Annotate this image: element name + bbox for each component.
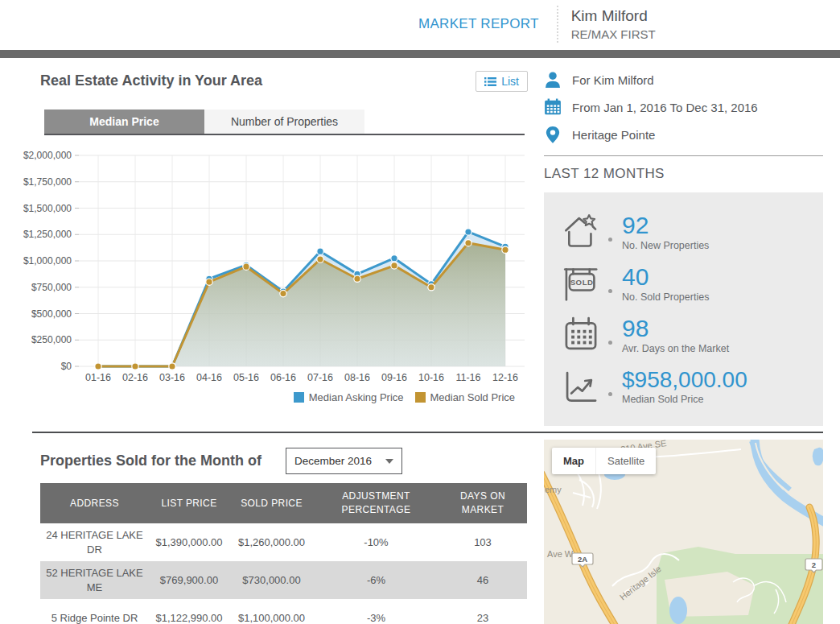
days-calendar-icon <box>560 314 602 356</box>
list-view-button[interactable]: List <box>476 71 528 92</box>
person-icon <box>544 71 562 89</box>
table-row: 5 Ridge Pointe DR $1,122,990.00 $1,100,0… <box>40 599 527 624</box>
agent-name: Kim Milford <box>571 6 656 27</box>
svg-text:$1,250,000: $1,250,000 <box>23 229 72 240</box>
info-agent-text: For Kim Milford <box>572 73 654 87</box>
cell-days: 46 <box>439 561 527 599</box>
activity-title: Real Estate Activity in Your Area <box>40 72 262 89</box>
sold-properties-table: ADDRESS LIST PRICE SOLD PRICE ADJUSTMENT… <box>40 483 527 624</box>
cell-adjustment: -6% <box>314 561 439 599</box>
info-location: Heritage Pointe <box>544 121 823 148</box>
info-agent: For Kim Milford <box>544 66 823 93</box>
stat-days-on-market: 98 Avr. Days on the Market <box>560 309 807 361</box>
chart-legend: Median Asking Price Median Sold Price <box>294 391 515 403</box>
map-canvas[interactable]: 210 Ave SE emy Ave W Heritage Isle 2A 2 … <box>544 440 823 624</box>
cell-sold-price: $1,100,000.00 <box>229 599 314 624</box>
asking-swatch <box>294 392 304 403</box>
section-divider <box>32 432 823 433</box>
month-dropdown[interactable]: December 2016 <box>286 448 402 474</box>
stat-new-properties-value: 92 <box>622 213 709 238</box>
cell-adjustment: -3% <box>314 599 439 624</box>
map-pin-icon <box>544 126 562 143</box>
map-type-map-button[interactable]: Map <box>552 448 595 474</box>
market-report-page: MARKET REPORT Kim Milford RE/MAX FIRST R… <box>0 0 840 624</box>
cell-list-price: $769,900.00 <box>149 561 229 599</box>
summary-heading: LAST 12 MONTHS <box>544 166 823 182</box>
new-property-icon <box>560 211 602 253</box>
info-date-range: From Jan 1, 2016 To Dec 31, 2016 <box>544 93 823 121</box>
cell-address: 5 Ridge Pointe DR <box>40 599 149 624</box>
svg-text:$0: $0 <box>61 361 72 372</box>
stat-body: 98 Avr. Days on the Market <box>622 316 729 354</box>
stat-body: 40 No. Sold Properties <box>622 264 709 303</box>
road-shield-2a-label: 2A <box>578 555 587 564</box>
svg-text:$1,500,000: $1,500,000 <box>23 203 72 214</box>
svg-text:11-16: 11-16 <box>455 372 480 383</box>
col-header-adjustment: ADJUSTMENT PERCENTAGE <box>314 483 439 523</box>
stat-sold-properties: SOLD 40 No. Sold Properties <box>560 258 807 309</box>
col-header-days: DAYS ON MARKET <box>439 483 527 523</box>
stat-days-on-market-label: Avr. Days on the Market <box>622 343 729 354</box>
info-location-text: Heritage Pointe <box>572 128 655 142</box>
svg-text:12-16: 12-16 <box>492 372 518 383</box>
median-price-chart: $0$250,000$500,000$750,000$1,000,000$1,2… <box>32 147 529 413</box>
svg-text:$1,000,000: $1,000,000 <box>23 255 72 267</box>
stat-bullet <box>608 238 612 242</box>
legend-asking: Median Asking Price <box>294 391 404 403</box>
svg-text:02-16: 02-16 <box>122 372 148 383</box>
legend-sold: Median Sold Price <box>415 391 516 403</box>
svg-text:03-16: 03-16 <box>159 372 185 383</box>
stat-sold-properties-label: No. Sold Properties <box>622 291 709 303</box>
col-header-address: ADDRESS <box>40 483 149 523</box>
col-header-list-price: LIST PRICE <box>149 483 229 523</box>
report-sidebar: For Kim Milford From Jan 1, 2016 To Dec … <box>544 66 823 426</box>
activity-section: Real Estate Activity in Your Area List M… <box>32 66 529 432</box>
svg-text:$750,000: $750,000 <box>31 282 72 293</box>
svg-text:07-16: 07-16 <box>307 372 333 383</box>
header-accent-bar <box>0 50 840 58</box>
chevron-down-icon <box>385 459 393 464</box>
cell-days: 23 <box>439 599 527 624</box>
svg-text:$250,000: $250,000 <box>31 334 72 345</box>
stat-bullet <box>608 341 612 345</box>
sold-swatch <box>415 392 426 403</box>
road-shield-2a: 2A <box>572 553 593 567</box>
cell-address: 24 HERITAGE LAKE DR <box>40 523 149 561</box>
summary-stats-panel: 92 No. New Properties SOLD 40 <box>544 192 823 426</box>
map-type-satellite-button[interactable]: Satellite <box>595 448 656 474</box>
stat-median-sold-price-label: Median Sold Price <box>622 394 747 405</box>
stat-body: 92 No. New Properties <box>622 213 709 251</box>
legend-asking-label: Median Asking Price <box>309 391 404 403</box>
stat-median-sold-price: $958,000.00 Median Sold Price <box>560 361 807 412</box>
market-report-link[interactable]: MARKET REPORT <box>418 16 539 32</box>
svg-text:01-16: 01-16 <box>85 372 111 383</box>
cell-list-price: $1,122,990.00 <box>149 599 229 624</box>
cell-days: 103 <box>439 523 527 561</box>
stat-sold-properties-value: 40 <box>622 264 709 290</box>
table-header-row: ADDRESS LIST PRICE SOLD PRICE ADJUSTMENT… <box>40 483 527 523</box>
cell-sold-price: $1,260,000.00 <box>229 523 314 561</box>
trend-chart-icon <box>560 366 602 407</box>
line-chart-canvas: $0$250,000$500,000$750,000$1,000,000$1,2… <box>32 147 529 389</box>
header: MARKET REPORT Kim Milford RE/MAX FIRST <box>0 0 840 49</box>
cell-list-price: $1,390,000.00 <box>149 523 229 561</box>
road-shield-2: 2 <box>805 559 822 572</box>
tab-median-price[interactable]: Median Price <box>44 110 204 134</box>
stat-bullet <box>608 392 612 396</box>
agency-name: RE/MAX FIRST <box>571 27 656 43</box>
map-label-ave-w: Ave W <box>547 549 574 559</box>
stat-bullet <box>608 289 612 293</box>
svg-text:09-16: 09-16 <box>381 372 407 383</box>
agent-block: Kim Milford RE/MAX FIRST <box>571 6 656 42</box>
month-dropdown-value: December 2016 <box>294 455 381 467</box>
svg-text:10-16: 10-16 <box>418 372 444 383</box>
list-button-label: List <box>501 75 519 88</box>
tab-number-of-properties[interactable]: Number of Properties <box>204 110 364 134</box>
calendar-icon <box>544 98 562 116</box>
svg-text:06-16: 06-16 <box>270 372 296 383</box>
stat-body: $958,000.00 Median Sold Price <box>622 368 747 404</box>
svg-text:$500,000: $500,000 <box>31 308 72 320</box>
header-divider <box>557 6 558 43</box>
cell-sold-price: $730,000.00 <box>229 561 314 599</box>
stat-new-properties-label: No. New Properties <box>622 240 709 251</box>
